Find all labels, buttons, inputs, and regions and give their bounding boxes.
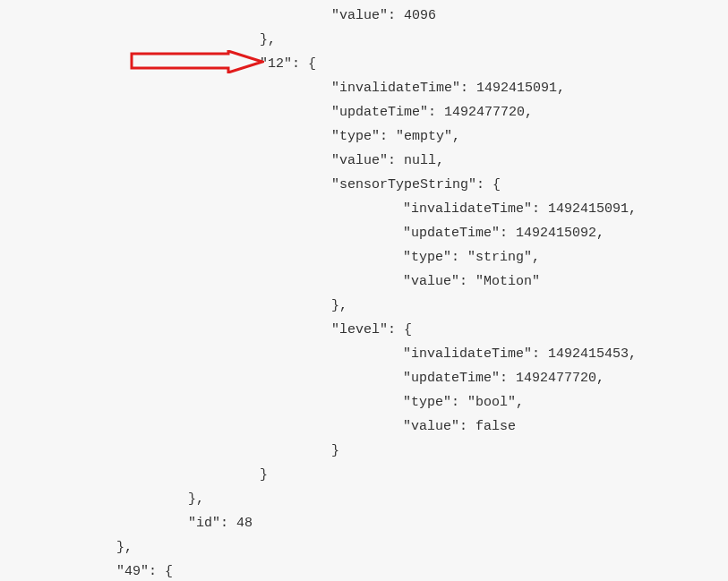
code-line: "invalidateTime": 1492415091, xyxy=(0,197,637,221)
json-code-block: "value": 4096},"12": {"invalidateTime": … xyxy=(0,0,637,581)
code-line: "value": false xyxy=(0,414,637,439)
code-line: }, xyxy=(0,294,637,318)
code-line: "sensorTypeString": { xyxy=(0,173,637,197)
code-line: }, xyxy=(0,487,637,511)
code-line: } xyxy=(0,463,637,487)
code-line: "level": { xyxy=(0,318,637,342)
code-line: } xyxy=(0,439,637,463)
code-line: "value": null, xyxy=(0,149,637,173)
code-line: "updateTime": 1492415092, xyxy=(0,221,637,245)
code-line: "49": { xyxy=(0,560,637,581)
code-line: "updateTime": 1492477720, xyxy=(0,366,637,390)
code-line: "value": 4096 xyxy=(0,4,637,28)
code-line: "12": { xyxy=(0,52,637,76)
code-line: "id": 48 xyxy=(0,511,637,535)
code-line: }, xyxy=(0,28,637,52)
code-line: "type": "empty", xyxy=(0,124,637,149)
code-line: "updateTime": 1492477720, xyxy=(0,100,637,124)
code-line: "value": "Motion" xyxy=(0,269,637,294)
code-line: "type": "bool", xyxy=(0,390,637,414)
code-line: "invalidateTime": 1492415453, xyxy=(0,342,637,366)
code-line: }, xyxy=(0,535,637,560)
code-line: "type": "string", xyxy=(0,245,637,269)
code-line: "invalidateTime": 1492415091, xyxy=(0,76,637,100)
